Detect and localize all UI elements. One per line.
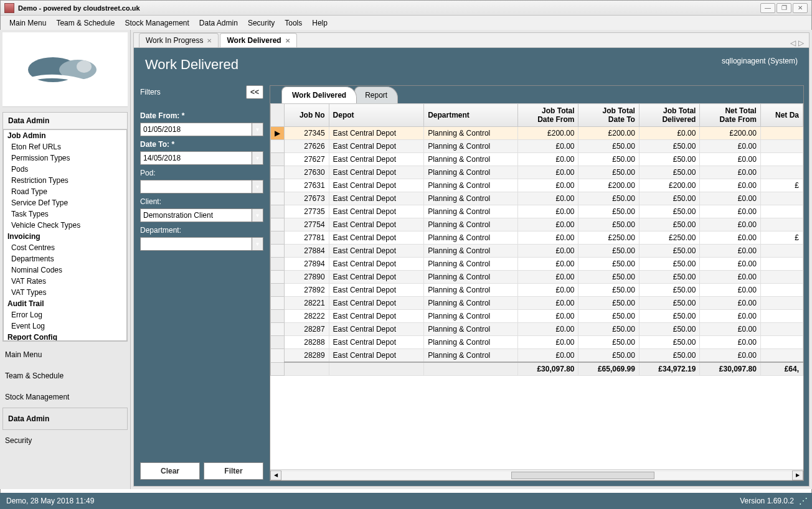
nav-item-job-admin[interactable]: Job Admin — [4, 130, 126, 141]
resize-grip-icon[interactable]: ⋰ — [799, 496, 806, 506]
col-depot[interactable]: Depot — [329, 104, 424, 127]
nav-item-nominal-codes[interactable]: Nominal Codes — [4, 264, 126, 276]
nav-item-report-config[interactable]: Report Config — [4, 332, 126, 341]
minimize-button[interactable]: — — [760, 3, 775, 13]
table-row[interactable]: 27735East Central DepotPlanning & Contro… — [271, 205, 803, 218]
date-from-dropdown-icon[interactable]: ▼ — [252, 123, 263, 136]
client-dropdown-icon[interactable]: ▼ — [252, 208, 263, 222]
table-row[interactable]: 28289East Central DepotPlanning & Contro… — [271, 349, 803, 363]
menu-main-menu[interactable]: Main Menu — [4, 16, 51, 30]
nav-item-invoicing[interactable]: Invoicing — [4, 231, 126, 242]
table-row[interactable]: 27890East Central DepotPlanning & Contro… — [271, 271, 803, 284]
table-row[interactable]: 27630East Central DepotPlanning & Contro… — [271, 166, 803, 179]
table-row[interactable]: 28222East Central DepotPlanning & Contro… — [271, 310, 803, 323]
cell-job-no: 27735 — [285, 205, 329, 218]
tab-work-delivered[interactable]: Work Delivered✕ — [220, 33, 296, 47]
cell-depot: East Central Depot — [329, 349, 424, 363]
table-row[interactable]: 27754East Central DepotPlanning & Contro… — [271, 218, 803, 231]
data-grid[interactable]: Job NoDepotDepartmentJob Total Date From… — [270, 103, 803, 469]
section-team-schedule[interactable]: Team & Schedule — [0, 365, 130, 386]
nav-item-event-log[interactable]: Event Log — [4, 320, 126, 332]
menu-stock-management[interactable]: Stock Management — [120, 16, 194, 30]
cell-department: Planning & Control — [424, 179, 518, 192]
filter-button[interactable]: Filter — [204, 462, 263, 480]
tab-close-icon[interactable]: ✕ — [285, 37, 290, 44]
section-main-menu[interactable]: Main Menu — [0, 344, 130, 365]
inner-tab-report[interactable]: Report — [354, 86, 398, 103]
client-input[interactable] — [140, 208, 252, 222]
nav-item-service-def-type[interactable]: Service Def Type — [4, 197, 126, 208]
table-row[interactable]: 28221East Central DepotPlanning & Contro… — [271, 297, 803, 310]
pod-input[interactable] — [140, 180, 252, 194]
cell-department: Planning & Control — [424, 297, 518, 310]
nav-item-error-log[interactable]: Error Log — [4, 309, 126, 320]
nav-item-vehicle-check-types[interactable]: Vehicle Check Types — [4, 220, 126, 231]
col-job-total-date-to[interactable]: Job Total Date To — [578, 104, 639, 127]
table-row[interactable]: 27631East Central DepotPlanning & Contro… — [271, 179, 803, 192]
scroll-track[interactable] — [281, 470, 792, 480]
scroll-left-icon[interactable]: ◀ — [270, 470, 281, 480]
nav-item-road-type[interactable]: Road Type — [4, 186, 126, 197]
menu-tools[interactable]: Tools — [280, 16, 307, 30]
cell-job-total-delivered: £50.00 — [639, 166, 699, 179]
nav-list[interactable]: Job AdminEton Ref URLsPermission TypesPo… — [3, 129, 127, 341]
nav-item-task-types[interactable]: Task Types — [4, 208, 126, 220]
table-row[interactable]: 27894East Central DepotPlanning & Contro… — [271, 258, 803, 271]
date-to-input[interactable] — [140, 151, 252, 165]
menu-team-schedule[interactable]: Team & Schedule — [51, 16, 120, 30]
tab-close-icon[interactable]: ✕ — [207, 37, 212, 44]
collapse-filters-button[interactable]: << — [246, 85, 263, 99]
nav-item-audit-trail[interactable]: Audit Trail — [4, 298, 126, 309]
table-row[interactable]: 28287East Central DepotPlanning & Contro… — [271, 323, 803, 336]
nav-item-restriction-types[interactable]: Restriction Types — [4, 175, 126, 186]
nav-item-permission-types[interactable]: Permission Types — [4, 152, 126, 164]
date-from-input[interactable] — [140, 123, 252, 136]
cell-net-total-from: £0.00 — [700, 271, 760, 284]
scroll-thumb[interactable] — [511, 472, 654, 479]
table-row[interactable]: 27627East Central DepotPlanning & Contro… — [271, 153, 803, 166]
col-job-no[interactable]: Job No — [285, 104, 329, 127]
col-job-total-delivered[interactable]: Job Total Delivered — [639, 104, 699, 127]
department-input[interactable] — [140, 237, 252, 251]
clear-button[interactable]: Clear — [140, 462, 200, 480]
table-row[interactable]: 27892East Central DepotPlanning & Contro… — [271, 284, 803, 297]
pod-dropdown-icon[interactable]: ▼ — [252, 180, 263, 194]
table-row[interactable]: ▶27345East Central DepotPlanning & Contr… — [271, 127, 803, 140]
table-row[interactable]: 27626East Central DepotPlanning & Contro… — [271, 140, 803, 153]
maximize-button[interactable]: ❐ — [777, 3, 791, 13]
nav-item-eton-ref-urls[interactable]: Eton Ref URLs — [4, 141, 126, 152]
cell-depot: East Central Depot — [329, 140, 424, 153]
section-stock-management[interactable]: Stock Management — [0, 386, 130, 408]
svg-point-2 — [77, 60, 92, 73]
menu-help[interactable]: Help — [307, 16, 333, 30]
inner-tab-work-delivered[interactable]: Work Delivered — [281, 86, 357, 103]
date-to-dropdown-icon[interactable]: ▼ — [252, 151, 263, 165]
menu-security[interactable]: Security — [243, 16, 280, 30]
nav-item-vat-types[interactable]: VAT Types — [4, 287, 126, 298]
close-button[interactable]: ✕ — [793, 3, 808, 13]
col-net-total-date-from[interactable]: Net Total Date From — [700, 104, 760, 127]
cell-job-no: 27673 — [285, 192, 329, 205]
table-row[interactable]: 28288East Central DepotPlanning & Contro… — [271, 336, 803, 349]
side-panel: Data Admin Job AdminEton Ref URLsPermiss… — [0, 30, 131, 489]
department-dropdown-icon[interactable]: ▼ — [252, 237, 263, 251]
horizontal-scrollbar[interactable]: ◀ ▶ — [270, 469, 803, 480]
nav-item-pods[interactable]: Pods — [4, 164, 126, 175]
table-row[interactable]: 27673East Central DepotPlanning & Contro… — [271, 192, 803, 205]
table-row[interactable]: 27884East Central DepotPlanning & Contro… — [271, 245, 803, 258]
tab-work-in-progress[interactable]: Work In Progress✕ — [139, 33, 219, 47]
tab-prev-icon[interactable]: ◁ — [790, 39, 796, 47]
section-security[interactable]: Security — [0, 430, 130, 451]
tab-next-icon[interactable]: ▷ — [798, 39, 804, 47]
section-data-admin[interactable]: Data Admin — [2, 408, 128, 430]
col-department[interactable]: Department — [424, 104, 518, 127]
cell-net-da — [760, 245, 803, 258]
nav-item-vat-rates[interactable]: VAT Rates — [4, 276, 126, 287]
col-net-da[interactable]: Net Da — [760, 104, 803, 127]
scroll-right-icon[interactable]: ▶ — [792, 470, 803, 480]
col-job-total-date-from[interactable]: Job Total Date From — [518, 104, 578, 127]
nav-item-departments[interactable]: Departments — [4, 253, 126, 264]
nav-item-cost-centres[interactable]: Cost Centres — [4, 242, 126, 253]
menu-data-admin[interactable]: Data Admin — [194, 16, 243, 30]
table-row[interactable]: 27781East Central DepotPlanning & Contro… — [271, 231, 803, 245]
